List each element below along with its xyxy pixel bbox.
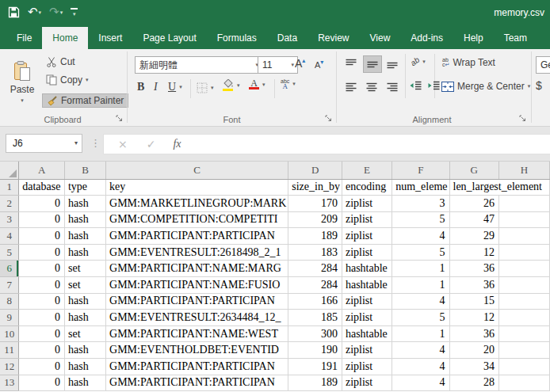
cell-B13[interactable]: hash bbox=[64, 375, 105, 391]
row-header-11[interactable]: 11 bbox=[0, 342, 19, 359]
cell-G12[interactable]: 34 bbox=[449, 359, 498, 375]
cell-H4[interactable] bbox=[498, 228, 549, 245]
name-box[interactable]: J6 ▾ bbox=[6, 134, 82, 153]
redo-button[interactable]: ↷ ▾ bbox=[49, 6, 63, 18]
select-all-button[interactable] bbox=[0, 162, 19, 179]
cell-E13[interactable]: ziplist bbox=[342, 375, 391, 391]
cell-A8[interactable]: 0 bbox=[19, 293, 65, 310]
cell-F7[interactable]: 1 bbox=[392, 277, 449, 294]
font-name-combo[interactable]: 新細明體 ▾ bbox=[135, 56, 262, 74]
fill-color-dropdown-icon[interactable]: ▾ bbox=[237, 82, 240, 89]
merge-center-button[interactable]: Merge & Center ▾ bbox=[441, 81, 530, 92]
insert-function-button[interactable]: fx bbox=[173, 138, 181, 150]
cell-B10[interactable]: set bbox=[64, 325, 105, 342]
cell-D11[interactable]: 190 bbox=[288, 342, 342, 359]
cell-E6[interactable]: hashtable bbox=[342, 261, 391, 277]
cell-H7[interactable] bbox=[498, 277, 549, 294]
paste-button[interactable]: Paste ▾ bbox=[4, 53, 40, 112]
row-header-10[interactable]: 10 bbox=[0, 325, 19, 342]
merge-center-dropdown-icon[interactable]: ▾ bbox=[528, 83, 531, 89]
cell-H8[interactable] bbox=[498, 293, 549, 310]
cell-F3[interactable]: 5 bbox=[392, 211, 449, 228]
cell-B5[interactable]: hash bbox=[64, 244, 105, 261]
cell-B12[interactable]: hash bbox=[64, 359, 105, 375]
cell-E1[interactable]: encoding bbox=[342, 179, 391, 196]
cell-B4[interactable]: hash bbox=[64, 228, 105, 245]
column-header-F[interactable]: F bbox=[392, 162, 449, 179]
cell-G8[interactable]: 15 bbox=[449, 293, 498, 310]
cell-D12[interactable]: 191 bbox=[288, 359, 342, 375]
font-color-button[interactable]: A ▾ bbox=[249, 79, 265, 89]
cell-A10[interactable]: 0 bbox=[19, 325, 65, 342]
cell-H3[interactable] bbox=[498, 211, 549, 228]
cell-A4[interactable]: 0 bbox=[19, 228, 65, 245]
cell-E11[interactable]: ziplist bbox=[342, 342, 391, 359]
phonetic-guide-button[interactable]: abc A ▾ bbox=[281, 79, 296, 89]
cell-F10[interactable]: 1 bbox=[392, 325, 449, 342]
tab-home[interactable]: Home bbox=[42, 27, 88, 49]
cell-E9[interactable]: ziplist bbox=[342, 310, 391, 326]
cell-A9[interactable]: 0 bbox=[19, 310, 65, 326]
font-size-dropdown-icon[interactable]: ▾ bbox=[291, 62, 294, 68]
cell-A1[interactable]: database bbox=[19, 179, 65, 196]
cell-D10[interactable]: 300 bbox=[288, 325, 342, 342]
cell-A2[interactable]: 0 bbox=[19, 196, 65, 212]
column-header-H[interactable]: H bbox=[498, 162, 549, 179]
cell-F4[interactable]: 4 bbox=[392, 228, 449, 245]
cell-D13[interactable]: 189 bbox=[288, 375, 342, 391]
cell-A12[interactable]: 0 bbox=[19, 359, 65, 375]
cell-C12[interactable]: GMM:PARTICIPANT:PARTICIPAN bbox=[106, 359, 288, 375]
undo-dropdown-icon[interactable]: ▾ bbox=[39, 10, 42, 16]
cell-F13[interactable]: 4 bbox=[392, 375, 449, 391]
row-header-4[interactable]: 4 bbox=[0, 228, 19, 245]
phonetic-dropdown-icon[interactable]: ▾ bbox=[292, 81, 296, 87]
cell-G2[interactable]: 26 bbox=[449, 196, 498, 212]
cell-C5[interactable]: GMM:EVENTRESULT:2618498_2_1 bbox=[106, 244, 288, 261]
row-header-1[interactable]: 1 bbox=[0, 179, 19, 196]
enter-button[interactable]: ✓ bbox=[147, 138, 156, 150]
tab-file[interactable]: File bbox=[6, 27, 42, 49]
cell-D3[interactable]: 209 bbox=[288, 211, 342, 228]
bold-button[interactable]: B bbox=[137, 81, 144, 93]
top-align-button[interactable] bbox=[342, 55, 360, 71]
cut-button[interactable]: Cut bbox=[46, 56, 75, 67]
tab-view[interactable]: View bbox=[360, 27, 401, 49]
cell-F5[interactable]: 5 bbox=[392, 244, 449, 261]
column-header-D[interactable]: D bbox=[288, 162, 342, 179]
cell-E10[interactable]: hashtable bbox=[342, 325, 391, 342]
cell-E2[interactable]: ziplist bbox=[342, 196, 391, 212]
wrap-text-button[interactable]: ab c↵ Wrap Text bbox=[442, 57, 495, 68]
cell-A5[interactable]: 0 bbox=[19, 244, 65, 261]
cell-G7[interactable]: 36 bbox=[449, 277, 498, 294]
decrease-indent-button[interactable] bbox=[410, 81, 422, 91]
cell-G1[interactable]: len_largest_element bbox=[449, 179, 549, 196]
font-dialog-launcher-icon[interactable] bbox=[325, 115, 333, 123]
cell-D1[interactable]: size_in_by bbox=[288, 179, 342, 196]
cell-D2[interactable]: 170 bbox=[288, 196, 342, 212]
cell-C13[interactable]: GMM:PARTICIPANT:PARTICIPAN bbox=[106, 375, 288, 391]
cell-G6[interactable]: 36 bbox=[449, 261, 498, 277]
column-header-C[interactable]: C bbox=[106, 162, 288, 179]
cell-B1[interactable]: type bbox=[64, 179, 105, 196]
cell-H12[interactable] bbox=[498, 359, 549, 375]
cell-A6[interactable]: 0 bbox=[19, 261, 65, 277]
cell-B11[interactable]: hash bbox=[64, 342, 105, 359]
cell-B7[interactable]: set bbox=[64, 277, 105, 294]
align-right-button[interactable] bbox=[384, 79, 401, 95]
tab-page-layout[interactable]: Page Layout bbox=[132, 27, 206, 49]
cell-F6[interactable]: 1 bbox=[392, 261, 449, 277]
row-header-8[interactable]: 8 bbox=[0, 293, 19, 310]
row-header-12[interactable]: 12 bbox=[0, 359, 19, 375]
cell-D4[interactable]: 189 bbox=[288, 228, 342, 245]
row-header-3[interactable]: 3 bbox=[0, 211, 19, 228]
cell-C4[interactable]: GMM:PARTICIPANT:PARTICIPAN bbox=[106, 228, 288, 245]
paste-dropdown-icon[interactable]: ▾ bbox=[21, 97, 24, 104]
borders-button[interactable]: ▾ bbox=[197, 82, 214, 93]
tab-review[interactable]: Review bbox=[307, 27, 359, 49]
cell-B9[interactable]: hash bbox=[64, 310, 105, 326]
cell-C2[interactable]: GMM:MARKETLINEGROUP:MARK bbox=[106, 196, 288, 212]
save-button[interactable] bbox=[8, 6, 20, 18]
column-header-A[interactable]: A bbox=[19, 162, 65, 179]
cell-H5[interactable] bbox=[498, 244, 549, 261]
cell-H13[interactable] bbox=[498, 375, 549, 391]
